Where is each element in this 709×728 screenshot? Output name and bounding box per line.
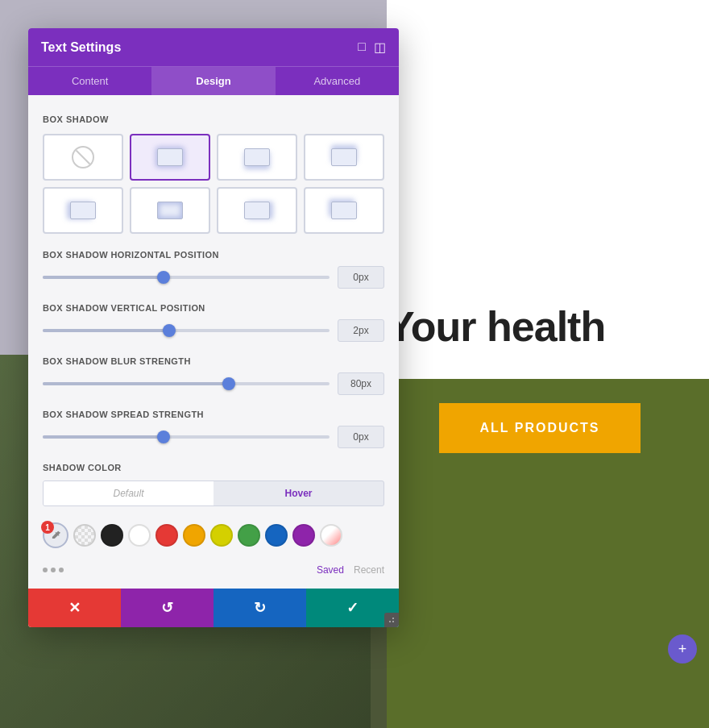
horizontal-position-value[interactable]: 0px bbox=[338, 266, 384, 289]
panel-tabs: Content Design Advanced bbox=[28, 66, 399, 95]
blur-strength-control: 80px bbox=[43, 372, 384, 395]
svg-point-0 bbox=[389, 621, 391, 622]
cancel-button[interactable]: ✕ bbox=[28, 589, 121, 627]
shadow-none-icon bbox=[72, 146, 94, 168]
horizontal-position-thumb[interactable] bbox=[157, 271, 170, 284]
shadow-option-bottom[interactable] bbox=[217, 134, 297, 181]
color-dots bbox=[43, 568, 64, 572]
box-shadow-label: Box Shadow bbox=[43, 114, 384, 124]
horizontal-position-row: Box Shadow Horizontal Position 0px bbox=[43, 250, 384, 289]
badge: 1 bbox=[41, 521, 54, 534]
blur-strength-value[interactable]: 80px bbox=[338, 372, 384, 395]
header-icons: □ ◫ bbox=[358, 40, 386, 55]
reset-button[interactable]: ↺ bbox=[121, 589, 214, 627]
panel-header: Text Settings □ ◫ bbox=[28, 28, 399, 66]
dot-2 bbox=[51, 568, 56, 572]
vertical-position-value[interactable]: 2px bbox=[338, 319, 384, 342]
shadow-all-icon bbox=[157, 148, 183, 166]
panel-body: Box Shadow bbox=[28, 95, 399, 589]
horizontal-position-control: 0px bbox=[43, 266, 384, 289]
shadow-top-icon bbox=[331, 148, 357, 166]
shadow-option-left[interactable] bbox=[43, 187, 123, 234]
shadow-option-inner[interactable] bbox=[130, 187, 210, 234]
blur-strength-label: Box Shadow Blur Strength bbox=[43, 356, 384, 366]
spread-strength-control: 0px bbox=[43, 426, 384, 448]
saved-label[interactable]: Saved bbox=[317, 564, 344, 576]
resize-icon bbox=[388, 617, 395, 623]
shadow-right-icon bbox=[244, 202, 270, 219]
recent-label: Recent bbox=[354, 564, 384, 576]
vertical-position-row: Box Shadow Vertical Position 2px bbox=[43, 303, 384, 342]
color-bottom-bar: Saved Recent bbox=[43, 560, 384, 576]
swatch-green[interactable] bbox=[238, 524, 260, 547]
horizontal-position-track[interactable] bbox=[43, 276, 330, 279]
svg-point-2 bbox=[392, 618, 394, 619]
saved-recent-labels: Saved Recent bbox=[317, 564, 384, 576]
blur-strength-row: Box Shadow Blur Strength 80px bbox=[43, 356, 384, 395]
swatch-white[interactable] bbox=[128, 524, 151, 547]
hero-bottom-area: ALL PRODUCTS bbox=[371, 379, 709, 728]
tab-design[interactable]: Design bbox=[151, 67, 275, 95]
color-hover-btn[interactable]: Hover bbox=[214, 481, 384, 505]
columns-icon[interactable]: ◫ bbox=[374, 40, 386, 55]
spread-strength-thumb[interactable] bbox=[157, 431, 170, 443]
shadow-option-all[interactable] bbox=[130, 134, 210, 181]
shadow-option-right[interactable] bbox=[217, 187, 297, 234]
blur-strength-fill bbox=[43, 382, 229, 385]
shadow-tl-icon bbox=[331, 202, 357, 219]
svg-point-1 bbox=[392, 621, 394, 622]
spread-strength-row: Box Shadow Spread Strength 0px bbox=[43, 410, 384, 448]
hero-top-area bbox=[371, 0, 709, 274]
swatch-black[interactable] bbox=[101, 524, 123, 547]
vertical-position-control: 2px bbox=[43, 319, 384, 342]
color-toggle: Default Hover bbox=[43, 480, 384, 506]
swatch-orange[interactable] bbox=[183, 524, 205, 547]
tab-content[interactable]: Content bbox=[28, 67, 151, 95]
vertical-position-track[interactable] bbox=[43, 329, 330, 332]
shadow-color-label: Shadow Color bbox=[43, 463, 384, 472]
shadow-option-top[interactable] bbox=[304, 134, 384, 181]
swatch-blue[interactable] bbox=[265, 524, 288, 547]
dot-3 bbox=[59, 568, 64, 572]
add-element-button[interactable]: + bbox=[668, 634, 697, 664]
swatch-red[interactable] bbox=[155, 524, 178, 547]
tab-advanced[interactable]: Advanced bbox=[276, 67, 399, 95]
panel-title: Text Settings bbox=[41, 40, 121, 55]
swatch-transparent[interactable] bbox=[73, 524, 96, 547]
spread-strength-track[interactable] bbox=[43, 435, 330, 439]
expand-icon[interactable]: □ bbox=[358, 40, 366, 55]
blur-strength-track[interactable] bbox=[43, 382, 330, 385]
swatch-eraser[interactable] bbox=[320, 524, 342, 547]
all-products-button[interactable]: ALL PRODUCTS bbox=[439, 403, 640, 453]
hero-text: Your health bbox=[387, 302, 605, 351]
vertical-position-label: Box Shadow Vertical Position bbox=[43, 303, 384, 313]
hero-text-area: Your health bbox=[371, 274, 709, 379]
color-default-btn[interactable]: Default bbox=[44, 481, 214, 505]
horizontal-position-fill bbox=[43, 276, 164, 279]
swatch-purple[interactable] bbox=[292, 524, 315, 547]
panel-actions: ✕ ↺ ↻ ✓ bbox=[28, 589, 399, 627]
shadow-option-tl[interactable] bbox=[304, 187, 384, 234]
eyedropper-button[interactable]: 1 bbox=[43, 522, 68, 548]
blur-strength-thumb[interactable] bbox=[222, 377, 235, 390]
dot-1 bbox=[43, 568, 48, 572]
vertical-position-fill bbox=[43, 329, 169, 332]
shadow-left-icon bbox=[70, 202, 96, 219]
text-settings-panel: Text Settings □ ◫ Content Design Advance… bbox=[28, 28, 399, 627]
shadow-bottom-icon bbox=[244, 148, 270, 166]
shadow-inner-icon bbox=[157, 202, 183, 219]
spread-strength-value[interactable]: 0px bbox=[338, 426, 384, 448]
swatch-yellow[interactable] bbox=[210, 524, 233, 547]
shadow-options-grid bbox=[43, 134, 384, 234]
horizontal-position-label: Box Shadow Horizontal Position bbox=[43, 250, 384, 260]
shadow-option-none[interactable] bbox=[43, 134, 123, 181]
spread-strength-label: Box Shadow Spread Strength bbox=[43, 410, 384, 419]
vertical-position-thumb[interactable] bbox=[163, 324, 176, 337]
resize-handle[interactable] bbox=[384, 613, 399, 627]
spread-strength-fill bbox=[43, 435, 164, 439]
redo-button[interactable]: ↻ bbox=[214, 589, 306, 627]
color-swatches: 1 bbox=[43, 518, 384, 553]
